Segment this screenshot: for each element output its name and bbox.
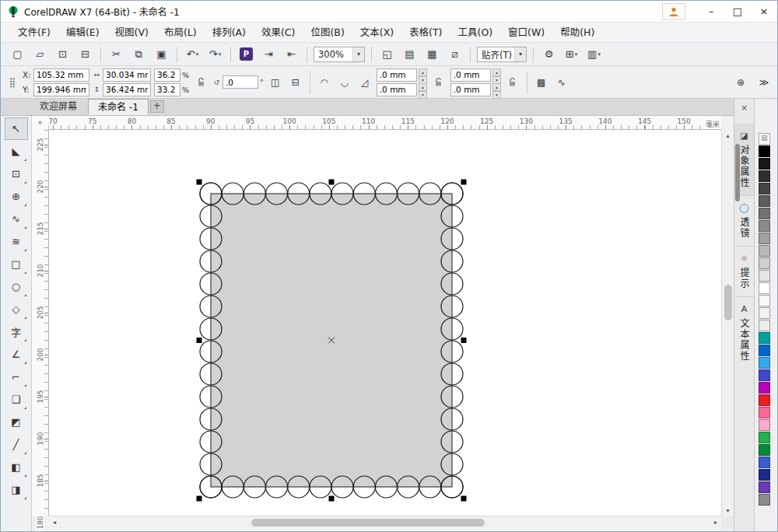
snap-to-select-caret[interactable]: ▾ bbox=[514, 47, 526, 61]
spin-up-icon[interactable]: ▴ bbox=[419, 83, 427, 91]
show-rulers-button[interactable]: ▤ bbox=[399, 45, 420, 64]
docker-close-button[interactable]: × bbox=[741, 100, 748, 114]
menu-item[interactable]: 布局(L) bbox=[156, 23, 205, 43]
copy-button[interactable]: ⧉ bbox=[128, 45, 149, 64]
text-tool[interactable]: 字 bbox=[5, 320, 28, 343]
scale-x-input[interactable] bbox=[154, 68, 180, 82]
wrap-text-button[interactable]: ▩ bbox=[533, 74, 550, 91]
crop-tool[interactable]: ⊡ bbox=[5, 163, 28, 185]
color-swatch[interactable] bbox=[759, 295, 770, 306]
color-swatch[interactable] bbox=[759, 245, 770, 257]
spinner[interactable]: ▴▾ bbox=[419, 83, 427, 96]
interactive-fill-tool[interactable]: ◧ bbox=[5, 456, 28, 478]
object-height-input[interactable] bbox=[103, 83, 151, 96]
open-button[interactable]: ▱ bbox=[30, 45, 51, 64]
mirror-horizontal-button[interactable]: ◫ bbox=[267, 74, 284, 91]
horizontal-ruler[interactable]: ⌖ 毫米 70758085909510010511011512012513013… bbox=[32, 116, 721, 130]
menu-item[interactable]: 编辑(E) bbox=[58, 23, 107, 43]
vertical-scrollbar[interactable]: ▴ ▾ bbox=[721, 130, 734, 516]
selection-handle[interactable] bbox=[461, 496, 467, 502]
selection-handle[interactable] bbox=[461, 180, 467, 185]
menu-item[interactable]: 视图(V) bbox=[107, 23, 156, 43]
pick-tool[interactable]: ↖ bbox=[5, 117, 28, 140]
app-launcher-button-dropdown[interactable]: ▾ bbox=[575, 51, 578, 58]
spinner[interactable]: ▴▾ bbox=[492, 83, 501, 96]
menu-item[interactable]: 帮助(H) bbox=[552, 23, 602, 43]
print-button[interactable]: ⊟ bbox=[75, 45, 96, 64]
chamfered-corner-button[interactable]: ◿ bbox=[356, 74, 373, 91]
menu-item[interactable]: 文本(X) bbox=[352, 23, 401, 43]
corner-radius-bottomright-input[interactable] bbox=[450, 83, 491, 96]
no-color-swatch[interactable]: ⊠ bbox=[759, 133, 770, 145]
color-swatch[interactable] bbox=[759, 320, 770, 331]
canvas[interactable] bbox=[49, 130, 721, 516]
color-swatch[interactable] bbox=[759, 270, 770, 282]
vertical-ruler[interactable]: 225220215210205200195190185180 bbox=[32, 130, 49, 516]
redo-button-dropdown[interactable]: ▾ bbox=[219, 51, 222, 58]
spin-down-icon[interactable]: ▾ bbox=[419, 91, 427, 99]
show-guidelines-button[interactable]: ⧄ bbox=[444, 45, 465, 64]
rotation-angle-input[interactable] bbox=[223, 75, 258, 89]
color-swatch[interactable] bbox=[759, 407, 770, 418]
snap-to-select[interactable]: 贴齐(T)▾ bbox=[477, 47, 527, 62]
selection-handle[interactable] bbox=[197, 180, 202, 185]
fullscreen-preview-button[interactable]: ◱ bbox=[377, 45, 398, 64]
color-swatch[interactable] bbox=[759, 382, 770, 394]
sign-in-button[interactable] bbox=[662, 3, 685, 20]
zoom-level-select-caret[interactable]: ▾ bbox=[352, 47, 364, 61]
menu-item[interactable]: 窗口(W) bbox=[500, 23, 552, 43]
tab-welcome-screen[interactable]: 欢迎屏幕 bbox=[30, 99, 86, 115]
spin-up-icon[interactable]: ▴ bbox=[492, 83, 501, 91]
new-document-button[interactable]: ▢ bbox=[7, 45, 28, 64]
polygon-tool[interactable]: ◇ bbox=[5, 298, 28, 320]
artistic-media-tool[interactable]: ≋ bbox=[5, 230, 28, 253]
color-swatch[interactable] bbox=[759, 208, 770, 219]
new-document-tab-button[interactable]: + bbox=[150, 100, 164, 113]
show-grid-button[interactable]: ▦ bbox=[422, 45, 443, 64]
undo-button-dropdown[interactable]: ▾ bbox=[196, 51, 199, 58]
propbar-overflow-button[interactable]: ≫ bbox=[755, 74, 773, 91]
scalloped-corner-button[interactable]: ◡ bbox=[336, 74, 353, 91]
zoom-tool[interactable]: ⊕ bbox=[5, 185, 28, 208]
spin-down-icon[interactable]: ▾ bbox=[492, 91, 501, 99]
color-swatch[interactable] bbox=[759, 257, 770, 269]
color-swatch[interactable] bbox=[759, 183, 770, 194]
undo-button[interactable]: ↶▾ bbox=[182, 45, 203, 64]
menu-item[interactable]: 表格(T) bbox=[401, 23, 450, 43]
options-button[interactable]: ⚙ bbox=[538, 45, 559, 64]
color-swatch[interactable] bbox=[759, 145, 770, 157]
scroll-down-button[interactable]: ▾ bbox=[722, 505, 734, 516]
color-swatch[interactable] bbox=[759, 457, 770, 468]
connector-tool[interactable]: ⌐ bbox=[5, 366, 28, 388]
color-swatch[interactable] bbox=[759, 469, 770, 481]
drop-shadow-tool[interactable]: ❑ bbox=[5, 388, 28, 411]
selection-handle[interactable] bbox=[329, 180, 335, 185]
dockers-button[interactable]: ▥▾ bbox=[584, 45, 605, 64]
color-eyedropper-tool[interactable]: ╱ bbox=[5, 433, 28, 456]
horizontal-scrollbar[interactable]: ◂ ▸ bbox=[49, 516, 721, 528]
color-swatch[interactable] bbox=[759, 220, 770, 232]
scroll-right-button[interactable]: ▸ bbox=[710, 516, 721, 528]
cut-button[interactable]: ✂ bbox=[106, 45, 127, 64]
color-swatch[interactable] bbox=[759, 494, 770, 506]
docker-tab-lens[interactable]: ◯透镜 bbox=[734, 195, 754, 246]
horizontal-scrollbar-thumb[interactable] bbox=[251, 519, 485, 527]
x-position-input[interactable] bbox=[33, 68, 89, 82]
round-corner-button[interactable]: ◠ bbox=[316, 74, 333, 91]
color-swatch[interactable] bbox=[759, 369, 770, 381]
color-swatch[interactable] bbox=[759, 419, 770, 431]
dockers-button-dropdown[interactable]: ▾ bbox=[598, 51, 601, 58]
shape-tool[interactable]: ◣ bbox=[5, 140, 28, 163]
lock-ratio-button[interactable] bbox=[192, 74, 209, 91]
spinner[interactable]: ▴▾ bbox=[419, 68, 427, 82]
edit-corners-together-button[interactable] bbox=[430, 74, 447, 91]
color-swatch[interactable] bbox=[759, 170, 770, 182]
convert-to-curves-button[interactable]: ∿ bbox=[553, 74, 570, 91]
vertical-scrollbar-thumb[interactable] bbox=[724, 285, 732, 320]
parallel-dimension-tool[interactable]: ∠ bbox=[5, 343, 28, 366]
spin-up-icon[interactable]: ▴ bbox=[492, 68, 501, 76]
menu-item[interactable]: 工具(O) bbox=[450, 23, 501, 43]
rectangle-tool[interactable]: □ bbox=[5, 253, 28, 275]
color-swatch[interactable] bbox=[759, 394, 770, 406]
color-swatch[interactable] bbox=[759, 233, 770, 244]
